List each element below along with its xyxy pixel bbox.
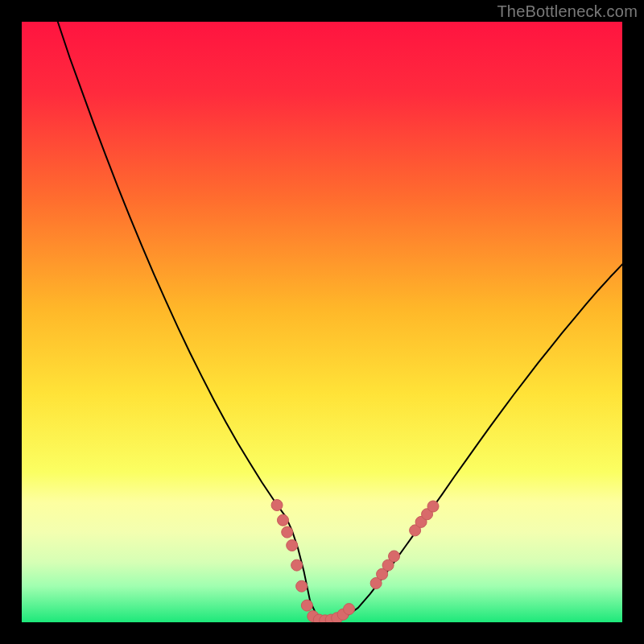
chart-plot (22, 22, 622, 622)
marker-point (287, 540, 298, 551)
gradient-background (22, 22, 622, 622)
marker-point (271, 500, 283, 511)
marker-point (291, 559, 303, 571)
outer-frame: TheBottleneck.com (0, 0, 644, 644)
marker-point (296, 580, 308, 592)
marker-point (282, 526, 293, 538)
marker-point (301, 600, 312, 611)
marker-point (278, 514, 289, 526)
watermark-text: TheBottleneck.com (497, 2, 638, 21)
marker-point (344, 604, 355, 615)
marker-point (389, 551, 400, 562)
marker-point (427, 501, 439, 512)
chart-svg (22, 22, 622, 622)
